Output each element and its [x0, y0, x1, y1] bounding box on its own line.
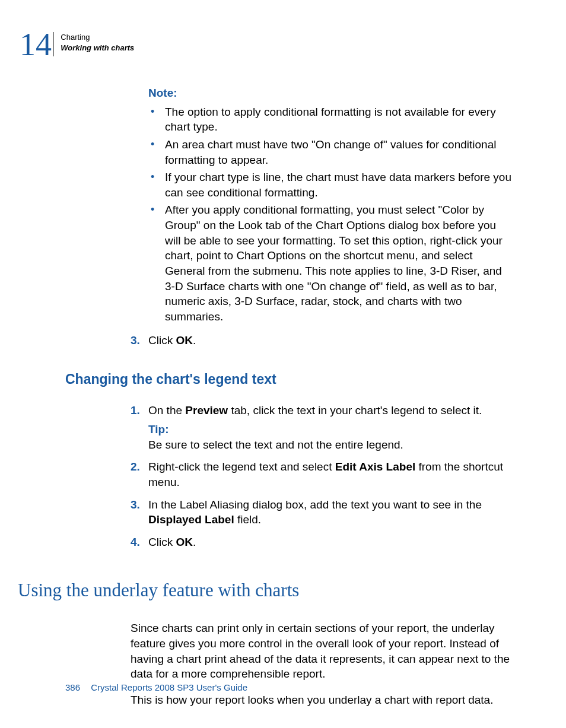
step-text-post: .	[193, 334, 196, 346]
note-item: The option to apply conditional formatti…	[165, 104, 513, 135]
heading-underlay: Using the underlay feature with charts	[18, 578, 513, 603]
page-header: 14 Charting Working with charts	[20, 28, 134, 61]
tip-label: Tip:	[148, 422, 513, 437]
chapter-number: 14	[20, 28, 52, 61]
step-text-bold: OK	[176, 334, 193, 346]
step-item: 3. Click OK.	[131, 333, 513, 348]
step-number: 3.	[131, 333, 140, 348]
page-number: 386	[65, 682, 80, 692]
underlay-para-1: Since charts can print only in certain s…	[131, 621, 513, 682]
step-text-bold: Preview	[185, 404, 228, 417]
step-text-bold: Displayed Label	[148, 513, 234, 526]
underlay-para-2: This is how your report looks when you u…	[131, 692, 513, 708]
header-divider	[53, 32, 54, 56]
step-text-pre: Click	[148, 536, 176, 548]
note-item: If your chart type is line, the chart mu…	[165, 170, 513, 200]
step-list-continued: 3. Click OK.	[131, 333, 513, 348]
header-chapter-title: Charting	[61, 32, 134, 43]
header-text: Charting Working with charts	[61, 32, 134, 53]
step-item: 3. In the Label Aliasing dialog box, add…	[131, 497, 513, 527]
footer-title: Crystal Reports 2008 SP3 User's Guide	[91, 682, 247, 692]
step-text-pre: On the	[148, 404, 185, 417]
step-list-legend: 1. On the Preview tab, click the text in…	[131, 403, 513, 549]
tip-text: Be sure to select the text and not the e…	[148, 437, 513, 453]
step-text-pre: In the Label Aliasing dialog box, add th…	[148, 498, 482, 511]
step-number: 3.	[131, 497, 140, 513]
step-text-post: .	[193, 536, 196, 548]
note-item: After you apply conditional formatting, …	[165, 202, 513, 324]
step-number: 2.	[131, 459, 140, 475]
step-text-pre: Click	[148, 334, 176, 346]
step-number: 1.	[131, 403, 140, 418]
step-text-post: tab, click the text in your chart's lege…	[228, 404, 482, 417]
note-item: An area chart must have two "On change o…	[165, 137, 513, 167]
step-number: 4.	[131, 535, 140, 550]
step-text-bold: OK	[176, 536, 193, 548]
note-list: The option to apply conditional formatti…	[148, 104, 513, 325]
step-item: 1. On the Preview tab, click the text in…	[131, 403, 513, 452]
step-text-pre: Right-click the legend text and select	[148, 460, 335, 473]
page-footer: 386 Crystal Reports 2008 SP3 User's Guid…	[65, 682, 247, 694]
step-item: 2. Right-click the legend text and selec…	[131, 459, 513, 489]
header-section-title: Working with charts	[61, 43, 134, 53]
step-text-bold: Edit Axis Label	[335, 460, 416, 473]
step-item: 4. Click OK.	[131, 535, 513, 550]
step-text-post: field.	[234, 513, 261, 526]
heading-legend: Changing the chart's legend text	[65, 370, 513, 389]
note-label: Note:	[148, 85, 513, 101]
page-content: Note: The option to apply conditional fo…	[131, 85, 513, 718]
